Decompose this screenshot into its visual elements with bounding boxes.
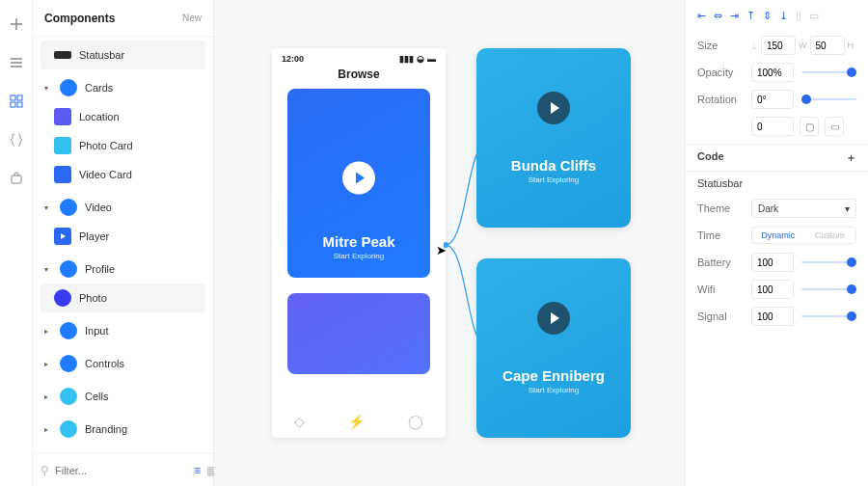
- card-title: Mitre Peak: [322, 233, 394, 250]
- align-vcenter-icon[interactable]: ⇕: [763, 10, 772, 22]
- lock-icon[interactable]: ⟂: [751, 40, 757, 51]
- category-icon: [60, 388, 77, 405]
- time-custom[interactable]: Custom: [804, 228, 856, 243]
- category-input[interactable]: Input: [41, 316, 205, 345]
- component-player[interactable]: Player: [41, 222, 205, 251]
- signal-row: Signal: [697, 305, 856, 328]
- tab-chat-icon[interactable]: ◇: [294, 414, 305, 429]
- canvas[interactable]: 12:00 ▮▮▮ ◒ ▬ Browse Mitre Peak Start Ex…: [214, 0, 685, 486]
- components-list: StatusbarCardsLocationPhoto CardVideo Ca…: [33, 37, 213, 453]
- wifi-slider[interactable]: [801, 288, 856, 290]
- menu-icon[interactable]: [8, 54, 25, 71]
- opacity-slider[interactable]: [801, 71, 856, 73]
- wifi-input[interactable]: [751, 280, 794, 299]
- distribute-h-icon[interactable]: ▯: [796, 10, 801, 22]
- theme-select[interactable]: Dark ▾: [751, 199, 856, 218]
- component-photo[interactable]: Photo: [41, 284, 205, 312]
- flip-h-icon[interactable]: ▢: [800, 117, 819, 136]
- time-row: Time Dynamic Custom: [697, 224, 856, 247]
- theme-row: Theme Dark ▾: [697, 197, 856, 220]
- category-video[interactable]: Video: [41, 193, 205, 222]
- align-bottom-icon[interactable]: ⤓: [779, 10, 788, 22]
- component-icon: [54, 51, 71, 59]
- component-location[interactable]: Location: [41, 102, 205, 131]
- add-code-icon[interactable]: ＋: [846, 150, 856, 165]
- filter-input[interactable]: [55, 465, 188, 476]
- component-icon: [54, 166, 71, 183]
- opacity-input[interactable]: [751, 63, 794, 82]
- phone-secondary-card[interactable]: [287, 293, 430, 374]
- category-controls[interactable]: Controls: [41, 349, 205, 378]
- width-input[interactable]: [761, 36, 796, 55]
- item-label: Photo Card: [79, 140, 133, 151]
- category-icon: [60, 420, 77, 438]
- list-view-icon[interactable]: ≡: [194, 464, 201, 477]
- wifi-icon: ◒: [417, 54, 424, 64]
- item-label: Video Card: [79, 169, 132, 180]
- svg-rect-2: [11, 102, 15, 107]
- component-statusbar[interactable]: Statusbar: [41, 40, 205, 69]
- tab-bubble-icon[interactable]: ◯: [408, 414, 423, 429]
- component-icon: [54, 108, 71, 125]
- add-icon[interactable]: [8, 15, 25, 33]
- item-label: Cells: [85, 391, 108, 402]
- status-time: 12:00: [282, 54, 304, 64]
- align-left-icon[interactable]: ⇤: [697, 10, 706, 22]
- item-label: Player: [79, 230, 109, 242]
- status-indicators: ▮▮▮ ◒ ▬: [399, 54, 436, 64]
- flip-v-icon[interactable]: ▭: [825, 117, 844, 136]
- canvas-card-1[interactable]: Bunda Cliffs Start Exploring: [476, 48, 631, 228]
- search-icon: ⚲: [41, 464, 49, 477]
- play-icon[interactable]: [537, 302, 570, 335]
- align-top-icon[interactable]: ⤒: [746, 10, 755, 22]
- tab-bolt-icon[interactable]: ⚡: [348, 414, 365, 429]
- svg-rect-1: [17, 95, 22, 100]
- rotation-input[interactable]: [751, 90, 794, 109]
- phone-main-card[interactable]: Mitre Peak Start Exploring: [287, 89, 430, 278]
- grid-icon[interactable]: [8, 93, 25, 110]
- phone-statusbar: 12:00 ▮▮▮ ◒ ▬: [272, 48, 446, 66]
- canvas-card-2[interactable]: Cape Enniberg Start Exploring: [476, 258, 631, 438]
- align-right-icon[interactable]: ⇥: [730, 10, 739, 22]
- play-icon[interactable]: [342, 162, 375, 195]
- rotation-row: Rotation: [697, 88, 856, 111]
- rotation-slider[interactable]: [801, 98, 856, 100]
- category-icon: [60, 199, 77, 216]
- battery-slider[interactable]: [801, 261, 856, 263]
- svg-rect-3: [17, 102, 22, 107]
- svg-rect-4: [12, 176, 21, 183]
- battery-row: Battery: [697, 251, 856, 274]
- distribute-v-icon[interactable]: ▭: [809, 10, 819, 22]
- signal-input[interactable]: [751, 307, 794, 326]
- component-icon: [54, 228, 71, 245]
- time-dynamic[interactable]: Dynamic: [752, 228, 804, 243]
- item-label: Photo: [79, 292, 107, 304]
- align-hcenter-icon[interactable]: ⇔: [714, 10, 722, 22]
- component-video-card[interactable]: Video Card: [41, 160, 205, 189]
- height-input[interactable]: [810, 36, 845, 55]
- category-cells[interactable]: Cells: [41, 382, 205, 411]
- play-icon[interactable]: [537, 92, 570, 124]
- category-profile[interactable]: Profile: [41, 255, 205, 284]
- new-label[interactable]: New: [182, 13, 202, 23]
- phone-tabbar: ◇ ⚡ ◯: [272, 405, 446, 438]
- card-title: Bunda Cliffs: [511, 157, 596, 174]
- bag-icon[interactable]: [8, 170, 25, 187]
- inspector-panel: ⇤ ⇔ ⇥ ⤒ ⇕ ⤓ ▯ ▭ Size ⟂ W H Opacity Rotat…: [685, 0, 868, 486]
- signal-slider[interactable]: [801, 315, 856, 317]
- category-cards[interactable]: Cards: [41, 73, 205, 102]
- rotation-extra-input[interactable]: [751, 117, 794, 136]
- card-subtitle: Start Exploring: [334, 252, 384, 260]
- component-photo-card[interactable]: Photo Card: [41, 131, 205, 160]
- braces-icon[interactable]: [8, 131, 25, 148]
- item-label: Controls: [85, 358, 124, 369]
- category-icon: [60, 79, 77, 96]
- item-label: Location: [79, 111, 120, 122]
- chevron-icon: [44, 425, 52, 434]
- time-segmented[interactable]: Dynamic Custom: [751, 227, 856, 244]
- phone-frame[interactable]: 12:00 ▮▮▮ ◒ ▬ Browse Mitre Peak Start Ex…: [272, 48, 446, 438]
- battery-input[interactable]: [751, 253, 794, 272]
- item-label: Cards: [85, 82, 113, 94]
- category-branding[interactable]: Branding: [41, 415, 205, 444]
- component-icon: [54, 289, 71, 307]
